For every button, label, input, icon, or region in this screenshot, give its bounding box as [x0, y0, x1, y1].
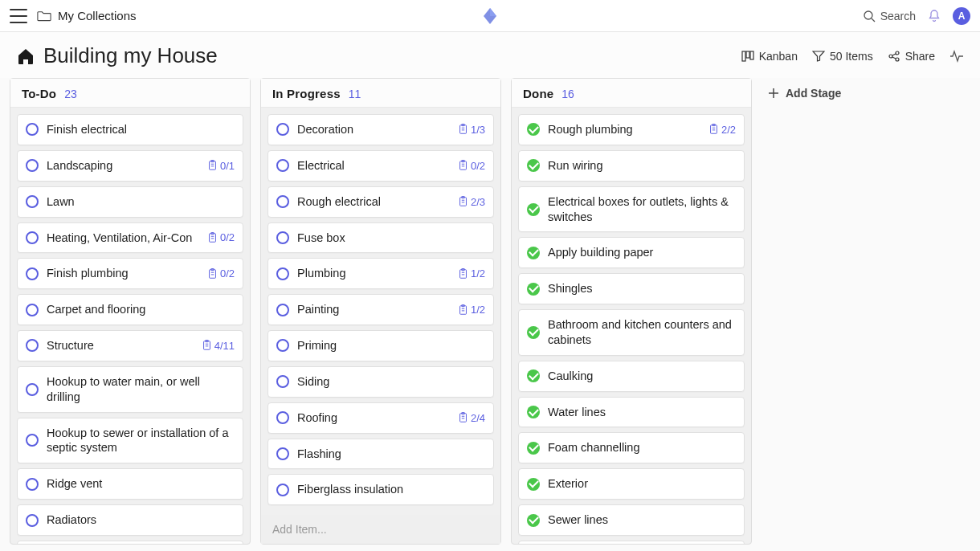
check-done-icon[interactable]	[527, 326, 540, 339]
column-header[interactable]: To-Do23	[10, 79, 250, 108]
card[interactable]: Roofing2/4	[267, 402, 494, 434]
add-stage-button[interactable]: Add Stage	[762, 78, 847, 108]
card-title: Priming	[297, 338, 485, 353]
subtask-badge: 1/2	[458, 267, 485, 280]
card[interactable]: Lawn	[17, 186, 243, 218]
filter-items-button[interactable]: 50 Items	[812, 50, 873, 63]
card[interactable]: Electrical0/2	[267, 150, 494, 182]
notifications-icon[interactable]	[927, 9, 941, 23]
card[interactable]: Heating, Ventilation, Air-Con0/2	[17, 222, 243, 254]
check-open-icon[interactable]	[276, 231, 289, 244]
kanban-board: To-Do23Finish electricalLandscaping0/1La…	[0, 78, 980, 551]
card[interactable]: Finish electrical	[17, 114, 243, 145]
view-kanban-button[interactable]: Kanban	[741, 50, 798, 63]
card[interactable]: Landscaping0/1	[17, 150, 243, 182]
add-item-input[interactable]: Add Item...	[261, 515, 500, 544]
share-icon	[888, 50, 900, 63]
check-open-icon[interactable]	[26, 304, 39, 316]
card[interactable]: Caulking	[518, 361, 745, 392]
card[interactable]: Rough plumbing2/2	[518, 114, 745, 145]
check-done-icon[interactable]	[527, 203, 540, 216]
check-open-icon[interactable]	[26, 267, 39, 280]
card-title: Apply building paper	[548, 245, 736, 260]
check-open-icon[interactable]	[26, 339, 39, 352]
check-done-icon[interactable]	[527, 442, 540, 455]
check-open-icon[interactable]	[276, 195, 289, 208]
card[interactable]: Apply building paper	[518, 237, 745, 268]
check-done-icon[interactable]	[527, 123, 540, 136]
check-open-icon[interactable]	[26, 478, 39, 491]
avatar[interactable]: A	[953, 7, 970, 25]
card[interactable]: Painting1/2	[267, 294, 494, 325]
card-list[interactable]: Finish electricalLandscaping0/1LawnHeati…	[10, 108, 250, 544]
check-open-icon[interactable]	[276, 123, 289, 136]
share-button[interactable]: Share	[888, 50, 935, 63]
card[interactable]: Ridge vent	[17, 468, 243, 500]
card[interactable]: Fuse box	[267, 222, 494, 254]
check-open-icon[interactable]	[276, 411, 289, 424]
check-done-icon[interactable]	[527, 406, 540, 418]
card[interactable]: Radiators	[17, 504, 243, 536]
menu-icon[interactable]	[10, 9, 27, 23]
card[interactable]: Sewer lines	[518, 504, 745, 536]
card[interactable]: Shingles	[518, 273, 745, 304]
folder-icon	[37, 10, 51, 22]
subtask-count: 2/2	[721, 124, 736, 136]
card-title: Fiberglass insulation	[297, 482, 485, 497]
breadcrumb[interactable]: My Collections	[58, 9, 137, 22]
activity-icon[interactable]	[949, 49, 964, 63]
check-open-icon[interactable]	[26, 514, 39, 527]
check-open-icon[interactable]	[276, 339, 289, 352]
card-list[interactable]: Decoration1/3Electrical0/2Rough electric…	[261, 108, 500, 515]
card[interactable]: Structure4/11	[17, 330, 243, 361]
card[interactable]: Exterior	[518, 468, 745, 500]
check-done-icon[interactable]	[527, 283, 540, 296]
check-open-icon[interactable]	[26, 159, 39, 172]
check-done-icon[interactable]	[527, 247, 540, 259]
check-open-icon[interactable]	[276, 484, 289, 496]
check-done-icon[interactable]	[527, 478, 540, 491]
svg-point-7	[896, 58, 899, 61]
card[interactable]: Rough electrical2/3	[267, 186, 494, 218]
check-open-icon[interactable]	[26, 123, 39, 136]
check-open-icon[interactable]	[276, 375, 289, 388]
card[interactable]: Flashing	[267, 439, 494, 470]
card-list[interactable]: Rough plumbing2/2Run wiringElectrical bo…	[512, 108, 751, 544]
check-open-icon[interactable]	[26, 231, 39, 244]
card[interactable]: Bathroom and kitchen counters and cabine…	[518, 309, 745, 356]
card[interactable]: Run wiring	[518, 150, 745, 182]
search-button[interactable]: Search	[863, 10, 916, 22]
subtask-badge: 0/1	[207, 160, 235, 172]
check-done-icon[interactable]	[527, 369, 540, 382]
check-open-icon[interactable]	[26, 434, 39, 447]
subtask-count: 1/2	[471, 267, 485, 280]
card[interactable]: Insulation1/3	[17, 541, 243, 544]
check-open-icon[interactable]	[276, 267, 289, 280]
card[interactable]: Water lines	[518, 397, 745, 428]
column-header[interactable]: Done16	[512, 79, 751, 108]
check-done-icon[interactable]	[527, 159, 540, 172]
card[interactable]: Fiberglass insulation	[267, 474, 494, 505]
card[interactable]: Foam channelling	[518, 432, 745, 463]
check-done-icon[interactable]	[527, 514, 540, 527]
add-stage-label: Add Stage	[786, 87, 841, 100]
check-open-icon[interactable]	[26, 383, 39, 396]
check-open-icon[interactable]	[276, 447, 289, 460]
card[interactable]: Carpet and flooring	[17, 294, 243, 325]
check-open-icon[interactable]	[276, 159, 289, 172]
card[interactable]: Hookup to sewer or installation of a sep…	[17, 418, 243, 464]
check-open-icon[interactable]	[26, 195, 39, 208]
card[interactable]: Priming	[267, 330, 494, 361]
card[interactable]: Plumbing1/2	[267, 258, 494, 289]
card-title: Heating, Ventilation, Air-Con	[47, 231, 199, 246]
card[interactable]: Decoration1/3	[267, 114, 494, 145]
card[interactable]: Remove hardware	[518, 541, 745, 544]
card-title: Siding	[297, 374, 485, 390]
check-open-icon[interactable]	[276, 304, 289, 316]
card[interactable]: Electrical boxes for outlets, lights & s…	[518, 186, 745, 233]
card-title: Lawn	[47, 194, 235, 210]
column-header[interactable]: In Progress11	[261, 79, 500, 108]
card[interactable]: Finish plumbing0/2	[17, 258, 243, 289]
card[interactable]: Hookup to water main, or well drilling	[17, 366, 243, 413]
card[interactable]: Siding	[267, 366, 494, 398]
